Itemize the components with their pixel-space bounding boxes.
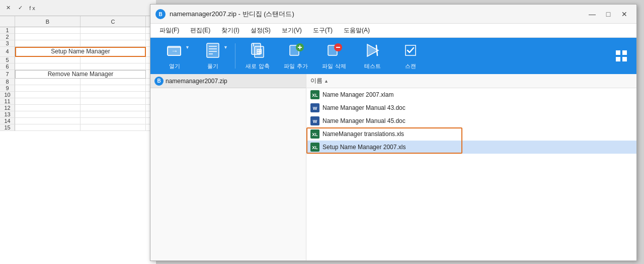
file-icon-word-2: W: [310, 116, 319, 125]
add-label: 파일 추가: [284, 62, 307, 70]
cell-b15[interactable]: [15, 124, 80, 131]
file-list: XL Name Manager 2007.xlam W Name Manager…: [306, 88, 636, 260]
name-column-label: 이름: [310, 77, 323, 85]
svg-text:B: B: [158, 12, 162, 17]
row-1: 1: [0, 27, 15, 34]
cell-b10[interactable]: [15, 92, 80, 98]
row-2: 2: [0, 34, 15, 40]
cell-b3[interactable]: [15, 40, 80, 47]
cell-c3[interactable]: [80, 40, 146, 47]
cell-c10[interactable]: [80, 92, 146, 98]
col-header-b[interactable]: B: [15, 16, 80, 27]
cell-b11[interactable]: [15, 98, 80, 105]
menu-edit[interactable]: 편집(E): [185, 25, 215, 36]
file-list-container: B namemanager2007.zip 이름 ▲: [150, 74, 636, 260]
svg-text:XL: XL: [312, 132, 318, 137]
menu-bar: 파일(F) 편집(E) 찾기(I) 설정(S) 보기(V) 도구(T) 도움말(…: [150, 24, 636, 38]
menu-help[interactable]: 도움말(A): [339, 25, 375, 36]
svg-text:⊞: ⊞: [256, 47, 262, 55]
extract-label: 풀기: [207, 62, 218, 70]
svg-text:W: W: [313, 119, 317, 124]
name-column-header[interactable]: 이름 ▲: [310, 77, 329, 85]
cell-setup-name-manager[interactable]: Setup Name Manager: [15, 47, 146, 57]
cell-c6[interactable]: [80, 63, 146, 70]
breadcrumb-icon: B: [154, 77, 164, 86]
formula-fx-btn[interactable]: f x: [27, 3, 37, 13]
cell-b5[interactable]: [15, 57, 80, 63]
row-6: 6: [0, 63, 15, 70]
open-icon: →: [167, 42, 183, 60]
menu-file[interactable]: 파일(F): [154, 25, 184, 36]
formula-close-btn[interactable]: ✕: [3, 3, 13, 13]
extract-icon: [205, 42, 221, 60]
toolbar-test-button[interactable]: 테스트: [354, 40, 390, 72]
toolbar-extract-button[interactable]: ▼ 풀기: [195, 40, 231, 72]
row-11: 11: [0, 98, 15, 105]
cell-c15[interactable]: [80, 124, 146, 131]
file-row-setup[interactable]: XL Setup Name Manager 2007.xls: [306, 141, 636, 154]
toolbar-grid-view-button[interactable]: [612, 47, 630, 65]
file-name-translations: NameManager translations.xls: [323, 130, 404, 138]
cell-c14[interactable]: [80, 118, 146, 124]
formula-check-btn[interactable]: ✓: [15, 3, 25, 13]
maximize-button[interactable]: □: [601, 8, 615, 20]
close-button[interactable]: ✕: [617, 8, 631, 20]
row-8: 8: [0, 79, 15, 85]
cell-c9[interactable]: [80, 85, 146, 92]
cell-b2[interactable]: [15, 34, 80, 40]
toolbar-compress-button[interactable]: ⊞ 새로 압축: [239, 40, 276, 72]
add-icon: [288, 42, 304, 60]
compress-label: 새로 압축: [246, 62, 269, 70]
file-name-doc43: Name Manager Manual 43.doc: [323, 104, 406, 111]
menu-settings[interactable]: 설정(S): [246, 25, 276, 36]
cell-b12[interactable]: [15, 105, 80, 111]
svg-text:W: W: [313, 106, 317, 111]
excel-grid: 1 2 3 4 Setup Name Manager 5 6: [0, 27, 156, 264]
toolbar-open-button[interactable]: ▼ → 열기: [156, 40, 193, 72]
row-13: 13: [0, 111, 15, 118]
file-name-xlam: Name Manager 2007.xlam: [323, 91, 393, 98]
menu-tools[interactable]: 도구(T): [308, 25, 338, 36]
cell-c8[interactable]: [80, 79, 146, 85]
file-icon-excel-2: XL: [310, 129, 319, 139]
toolbar-add-button[interactable]: 파일 추가: [278, 40, 314, 72]
cell-b13[interactable]: [15, 111, 80, 118]
left-panel-header: B namemanager2007.zip: [150, 74, 306, 88]
open-label: 열기: [169, 62, 180, 70]
toolbar: ▼ → 열기 ▼ 풀기: [150, 38, 636, 74]
cell-c1[interactable]: [80, 27, 146, 34]
right-panel-header: 이름 ▲: [306, 74, 636, 88]
cell-c11[interactable]: [80, 98, 146, 105]
cell-remove-name-manager[interactable]: Remove Name Manager: [15, 70, 146, 79]
cell-c12[interactable]: [80, 105, 146, 111]
toolbar-delete-button[interactable]: 파일 삭제: [316, 40, 352, 72]
file-icon-word-1: W: [310, 103, 319, 112]
row-9: 9: [0, 85, 15, 92]
toolbar-separator-1: [235, 43, 235, 69]
test-label: 테스트: [364, 62, 381, 70]
minimize-button[interactable]: —: [585, 8, 599, 20]
file-row-doc45[interactable]: W Name Manager Manual 45.doc: [306, 114, 636, 127]
col-header-c[interactable]: C: [80, 16, 146, 27]
scan-label: 스캔: [405, 62, 416, 70]
file-row-translations[interactable]: XL NameManager translations.xls: [306, 127, 636, 141]
cell-c13[interactable]: [80, 111, 146, 118]
cell-b1[interactable]: [15, 27, 80, 34]
cell-c2[interactable]: [80, 34, 146, 40]
window-title: namemanager2007.zip - 반디집 (스탠더드): [170, 10, 581, 19]
cell-b6[interactable]: [15, 63, 80, 70]
row-14: 14: [0, 118, 15, 124]
toolbar-scan-button[interactable]: 스캔: [392, 40, 429, 72]
cell-c5[interactable]: [80, 57, 146, 63]
menu-find[interactable]: 찾기(I): [216, 25, 244, 36]
file-row-doc43[interactable]: W Name Manager Manual 43.doc: [306, 101, 636, 114]
menu-view[interactable]: 보기(V): [277, 25, 307, 36]
breadcrumb: B namemanager2007.zip: [154, 77, 227, 86]
cell-b9[interactable]: [15, 85, 80, 92]
svg-rect-26: [622, 57, 627, 61]
file-icon-excel-3: XL: [310, 143, 319, 152]
file-row-xlam[interactable]: XL Name Manager 2007.xlam: [306, 88, 636, 101]
delete-icon: [326, 42, 342, 60]
cell-b8[interactable]: [15, 79, 80, 85]
cell-b14[interactable]: [15, 118, 80, 124]
